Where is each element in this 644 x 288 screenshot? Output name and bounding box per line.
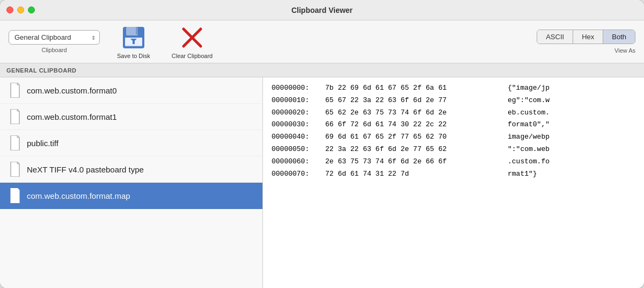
svg-rect-7 [133,41,135,44]
hex-line: 00000060: 2e 63 75 73 74 6f 6d 2e 66 6f … [272,156,635,168]
main-content: com.web.custom.format0 com.web.custom.fo… [0,77,644,288]
hex-bytes: 65 67 22 3a 22 63 6f 6d 2e 77 [325,95,508,106]
hex-line: 00000050: 22 3a 22 63 6f 6d 2e 77 65 62 … [272,144,635,155]
clear-label: Clear Clipboard [172,53,213,59]
main-window: Clipboard Viewer General Clipboard Find … [0,0,644,288]
close-button[interactable] [6,6,13,13]
clear-clipboard-button[interactable]: Clear Clipboard [167,23,217,61]
hex-ascii: format0"," [508,119,550,131]
hex-bytes: 2e 63 75 73 74 6f 6d 2e 66 6f [325,156,508,168]
both-view-button[interactable]: Both [603,30,635,44]
ascii-view-button[interactable]: ASCII [537,30,573,44]
sidebar-item-map[interactable]: com.web.custom.format.map [0,183,262,209]
hex-line: 00000010: 65 67 22 3a 22 63 6f 6d 2e 77 … [272,95,635,106]
save-label: Save to Disk [117,53,150,59]
hex-bytes: 7b 22 69 6d 61 67 65 2f 6a 61 [325,83,508,94]
toolbar: General Clipboard Find Clipboard ⇕ Clipb… [0,20,644,63]
hex-ascii: eb.custom. [508,107,550,119]
hex-ascii: .custom.fo [508,156,550,168]
section-header-text: GENERAL CLIPBOARD [6,67,77,74]
clipboard-select[interactable]: General Clipboard Find Clipboard [9,30,100,45]
hex-line: 00000000: 7b 22 69 6d 61 67 65 2f 6a 61 … [272,83,635,94]
maximize-button[interactable] [28,6,35,13]
sidebar-item-label: com.web.custom.format1 [27,112,117,121]
file-icon [9,135,21,150]
hex-bytes: 65 62 2e 63 75 73 74 6f 6d 2e [325,107,508,119]
sidebar-item-tiff[interactable]: public.tiff [0,130,262,156]
hex-offset: 00000060: [272,156,325,168]
save-to-disk-button[interactable]: Save to Disk [113,23,155,61]
minimize-button[interactable] [17,6,24,13]
hex-area: 00000000: 7b 22 69 6d 61 67 65 2f 6a 61 … [263,77,644,288]
clipboard-select-wrapper: General Clipboard Find Clipboard ⇕ Clipb… [9,30,100,53]
file-icon [9,109,21,124]
sidebar-item-label: com.web.custom.format0 [27,86,117,95]
hex-ascii: image/webp [508,132,550,143]
traffic-lights [6,6,35,13]
hex-line: 00000020: 65 62 2e 63 75 73 74 6f 6d 2e … [272,107,635,119]
hex-ascii: ":"com.web [508,144,550,155]
file-icon [9,162,21,177]
hex-bytes: 66 6f 72 6d 61 74 30 22 2c 22 [325,119,508,131]
hex-offset: 00000050: [272,144,325,155]
window-title: Clipboard Viewer [291,6,353,15]
hex-offset: 00000020: [272,107,325,119]
toolbar-left: General Clipboard Find Clipboard ⇕ Clipb… [9,23,217,61]
sidebar-item-label: com.web.custom.format.map [27,191,130,200]
hex-bytes: 72 6d 61 74 31 22 7d [325,169,508,180]
file-icon [9,188,21,203]
toolbar-right: ASCII Hex Both View As [537,30,635,54]
sidebar-item-format0[interactable]: com.web.custom.format0 [0,77,262,104]
sidebar-item-label: public.tiff [27,139,58,148]
clipboard-dropdown-wrapper: General Clipboard Find Clipboard ⇕ [9,30,100,45]
sidebar: com.web.custom.format0 com.web.custom.fo… [0,77,263,288]
hex-line: 00000040: 69 6d 61 67 65 2f 77 65 62 70 … [272,132,635,143]
hex-offset: 00000030: [272,119,325,131]
file-icon [9,83,21,98]
view-as-buttons: ASCII Hex Both [537,30,635,44]
hex-offset: 00000010: [272,95,325,106]
view-as-label: View As [614,47,635,54]
hex-offset: 00000000: [272,83,325,94]
sidebar-item-next[interactable]: NeXT TIFF v4.0 pasteboard type [0,156,262,183]
hex-line: 00000070: 72 6d 61 74 31 22 7d rmat1"} [272,169,635,180]
clear-icon [179,25,205,51]
hex-offset: 00000040: [272,132,325,143]
svg-rect-2 [136,27,138,34]
title-bar: Clipboard Viewer [0,0,644,20]
sidebar-item-label: NeXT TIFF v4.0 pasteboard type [27,165,144,174]
hex-offset: 00000070: [272,169,325,180]
hex-ascii: eg":"com.w [508,95,550,106]
hex-ascii: {"image/jp [508,83,550,94]
hex-view-button[interactable]: Hex [573,30,603,44]
sidebar-item-format1[interactable]: com.web.custom.format1 [0,104,262,130]
clipboard-label: Clipboard [41,47,67,53]
section-header: GENERAL CLIPBOARD [0,63,644,77]
save-icon [121,25,147,51]
hex-bytes: 69 6d 61 67 65 2f 77 65 62 70 [325,132,508,143]
hex-ascii: rmat1"} [508,169,537,180]
hex-bytes: 22 3a 22 63 6f 6d 2e 77 65 62 [325,144,508,155]
hex-line: 00000030: 66 6f 72 6d 61 74 30 22 2c 22 … [272,119,635,131]
